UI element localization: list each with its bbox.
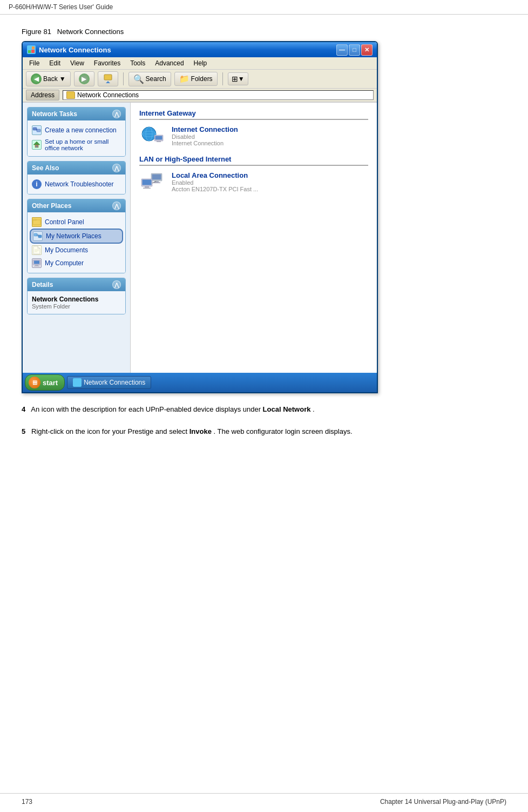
- troubleshooter-icon: i: [32, 179, 42, 189]
- address-value: Network Connections: [77, 91, 139, 99]
- my-network-places-item[interactable]: My Network Places: [30, 229, 123, 244]
- para-4-bold: Local Network: [263, 405, 311, 413]
- start-button[interactable]: ⊞ start: [25, 374, 65, 391]
- xp-taskbar: ⊞ start Network Connections: [23, 373, 377, 392]
- svg-rect-0: [28, 46, 31, 50]
- network-tasks-label: Network Tasks: [32, 110, 77, 118]
- maximize-button[interactable]: □: [349, 44, 360, 56]
- menu-favorites[interactable]: Favorites: [90, 58, 125, 68]
- see-also-header: See Also ⋀: [28, 162, 125, 175]
- svg-rect-1: [32, 46, 35, 49]
- other-places-section: Other Places ⋀ Control Panel: [27, 199, 126, 273]
- see-also-section: See Also ⋀ i Network Troubleshooter: [27, 161, 126, 194]
- back-label: Back: [43, 75, 58, 83]
- network-troubleshooter-item[interactable]: i Network Troubleshooter: [30, 178, 123, 191]
- my-documents-item[interactable]: My Documents: [30, 244, 123, 257]
- search-label: Search: [146, 75, 166, 83]
- up-button[interactable]: [98, 71, 118, 86]
- internet-connection-type: Internet Connection: [172, 140, 238, 146]
- footer-page-number: 173: [22, 798, 32, 806]
- svg-rect-15: [38, 235, 42, 238]
- back-button[interactable]: ◀ Back ▼: [26, 71, 71, 86]
- internet-connection-info: Internet Connection Disabled Internet Co…: [172, 125, 238, 146]
- address-folder-icon: [66, 91, 75, 99]
- folders-label: Folders: [191, 75, 213, 83]
- new-connection-icon: [32, 125, 42, 135]
- svg-rect-30: [155, 136, 163, 140]
- svg-rect-11: [36, 146, 37, 147]
- svg-rect-24: [34, 266, 39, 266]
- details-title: Network Connections: [32, 296, 121, 303]
- home-network-icon: [32, 140, 42, 150]
- xp-window: Network Connections — □ ✕ File Edit View…: [22, 41, 378, 393]
- svg-rect-22: [34, 261, 39, 264]
- item-num-5: 5: [22, 427, 25, 435]
- network-tasks-toggle[interactable]: ⋀: [112, 110, 121, 118]
- views-icon: ⊞: [232, 75, 238, 83]
- network-tasks-body: Create a new connection Set up a home o: [28, 120, 125, 156]
- minimize-button[interactable]: —: [336, 44, 348, 56]
- start-label: start: [43, 379, 58, 387]
- see-also-toggle[interactable]: ⋀: [112, 164, 121, 172]
- address-field[interactable]: Network Connections: [63, 90, 374, 100]
- close-button[interactable]: ✕: [361, 44, 373, 56]
- details-section: Details ⋀ Network Connections System Fol…: [27, 278, 126, 314]
- details-subtitle: System Folder: [32, 303, 121, 310]
- my-computer-label: My Computer: [45, 259, 84, 267]
- up-icon: [103, 73, 113, 84]
- internet-gateway-title: Internet Gateway: [139, 109, 368, 120]
- menu-help[interactable]: Help: [189, 58, 212, 68]
- svg-rect-4: [104, 75, 112, 80]
- details-label: Details: [32, 281, 53, 288]
- page-header: P-660H/HW/W-T Series User' Guide: [0, 0, 528, 15]
- toolbar-separator-1: [123, 72, 124, 85]
- start-icon: ⊞: [29, 377, 40, 388]
- my-computer-item[interactable]: My Computer: [30, 257, 123, 270]
- xp-addressbar: Address Network Connections: [23, 89, 377, 103]
- page-footer: 173 Chapter 14 Universal Plug-and-Play (…: [0, 793, 528, 806]
- menu-advanced[interactable]: Advanced: [151, 58, 188, 68]
- main-content: Figure 81 Network Connections Network Co…: [0, 15, 528, 457]
- home-network-item[interactable]: Set up a home or smalloffice network: [30, 137, 123, 153]
- my-documents-icon: [32, 245, 42, 255]
- internet-connection-name: Internet Connection: [172, 125, 238, 133]
- menu-view[interactable]: View: [66, 58, 89, 68]
- see-also-label: See Also: [32, 164, 59, 172]
- folders-button[interactable]: 📁 Folders: [174, 72, 218, 86]
- taskbar-network-button[interactable]: Network Connections: [67, 376, 151, 389]
- internet-connection-item: Internet Connection Disabled Internet Co…: [139, 125, 368, 146]
- svg-rect-14: [34, 233, 37, 236]
- views-button[interactable]: ⊞ ▼: [228, 72, 248, 85]
- titlebar-title: Network Connections: [39, 46, 111, 54]
- para-4-text: An icon with the description for each UP…: [31, 405, 262, 413]
- titlebar-buttons[interactable]: — □ ✕: [336, 44, 373, 56]
- search-button[interactable]: 🔍 Search: [128, 72, 171, 86]
- other-places-toggle[interactable]: ⋀: [112, 202, 121, 210]
- network-tasks-section: Network Tasks ⋀ Cr: [27, 107, 126, 157]
- create-connection-item[interactable]: Create a new connection: [30, 124, 123, 137]
- local-area-connection-status: Enabled: [172, 179, 258, 186]
- svg-marker-9: [33, 142, 40, 145]
- internet-connection-status: Disabled: [172, 133, 238, 140]
- menu-tools[interactable]: Tools: [126, 58, 150, 68]
- folders-icon: 📁: [179, 74, 189, 84]
- svg-rect-31: [157, 141, 161, 142]
- svg-rect-37: [143, 180, 152, 185]
- para-5-after: . The web configurator login screen disp…: [214, 427, 353, 435]
- details-toggle[interactable]: ⋀: [112, 280, 121, 289]
- svg-rect-33: [152, 175, 161, 180]
- control-panel-item[interactable]: Control Panel: [30, 216, 123, 229]
- local-area-connection-type: Accton EN1207D-TX PCI Fast ...: [172, 186, 258, 192]
- item-num-4: 4: [22, 405, 25, 413]
- details-header: Details ⋀: [28, 278, 125, 291]
- forward-icon: ▶: [79, 73, 90, 84]
- menu-edit[interactable]: Edit: [45, 58, 65, 68]
- home-network-label: Set up a home or smalloffice network: [45, 138, 109, 151]
- other-places-header: Other Places ⋀: [28, 199, 125, 212]
- forward-button[interactable]: ▶: [74, 71, 94, 86]
- taskbar-network-label: Network Connections: [84, 379, 145, 386]
- svg-rect-38: [145, 186, 149, 188]
- xp-toolbar: ◀ Back ▼ ▶ 🔍 Search 📁 Folders: [23, 70, 377, 89]
- menu-file[interactable]: File: [25, 58, 44, 68]
- window-icon: [27, 45, 36, 54]
